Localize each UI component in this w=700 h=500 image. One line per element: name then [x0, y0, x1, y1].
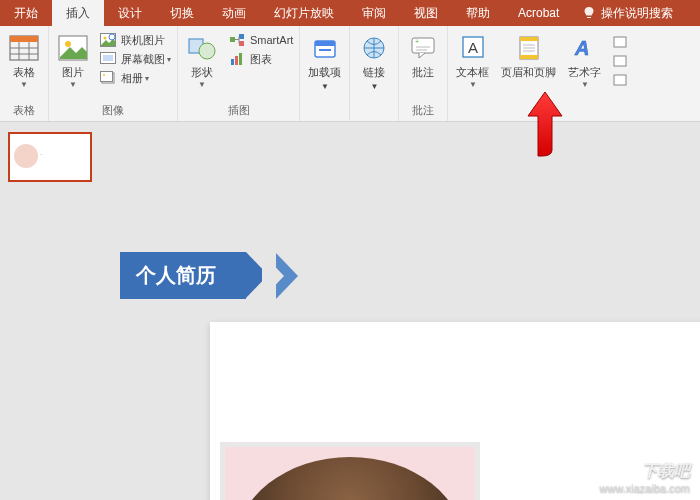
- text-extra-2[interactable]: [611, 53, 633, 69]
- picture-icon: [57, 32, 89, 64]
- tell-me-search[interactable]: 操作说明搜索: [573, 5, 683, 22]
- chevron-down-icon: ▾: [167, 55, 171, 64]
- watermark-logo: 下载吧: [600, 461, 690, 482]
- svg-rect-18: [230, 37, 235, 42]
- slide-title: 个人简历: [120, 252, 246, 299]
- addins-label: 加载项▼: [308, 66, 341, 93]
- slide-canvas[interactable]: 个人简历: [100, 122, 700, 500]
- screenshot-button[interactable]: 屏幕截图 ▾: [99, 51, 171, 67]
- svg-rect-14: [101, 72, 113, 82]
- pictures-label: 图片: [62, 66, 84, 79]
- watermark-url: www.xiazaiba.com: [600, 482, 690, 494]
- svg-point-7: [65, 41, 71, 47]
- tab-view[interactable]: 视图: [400, 0, 452, 26]
- svg-rect-41: [614, 37, 626, 47]
- online-pictures-icon: [99, 32, 117, 48]
- chevron-down-icon: ▼: [69, 80, 77, 89]
- workspace: ··· 个人简历: [0, 122, 700, 500]
- comment-label: 批注: [412, 66, 434, 79]
- svg-rect-22: [235, 56, 238, 65]
- tab-acrobat[interactable]: Acrobat: [504, 0, 573, 26]
- chevron-down-icon: ▼: [581, 80, 589, 89]
- smartart-icon: [228, 32, 246, 48]
- slide-thumbnail-panel[interactable]: ···: [0, 122, 100, 500]
- tell-me-label: 操作说明搜索: [601, 5, 673, 22]
- slide-thumbnail-1[interactable]: ···: [8, 132, 92, 182]
- tab-design[interactable]: 设计: [104, 0, 156, 26]
- addins-icon: [309, 32, 341, 64]
- svg-rect-43: [614, 75, 626, 85]
- link-button[interactable]: 链接▼: [352, 30, 396, 95]
- title-banner: 个人简历: [120, 252, 306, 299]
- pictures-button[interactable]: 图片 ▼: [51, 30, 95, 91]
- svg-point-9: [104, 37, 107, 40]
- tab-animations[interactable]: 动画: [208, 0, 260, 26]
- chevron-down-icon: ▼: [20, 80, 28, 89]
- link-label: 链接▼: [363, 66, 385, 93]
- tab-home[interactable]: 开始: [0, 0, 52, 26]
- tab-help[interactable]: 帮助: [452, 0, 504, 26]
- shapes-button[interactable]: 形状 ▼: [180, 30, 224, 91]
- comment-icon: +: [407, 32, 439, 64]
- group-illustrations: 形状 ▼ SmartArt 图表 插图: [178, 26, 300, 121]
- svg-text:A: A: [574, 37, 589, 59]
- text-extra-3[interactable]: [611, 72, 633, 88]
- textbox-label: 文本框: [456, 66, 489, 79]
- annotation-arrow-icon: [520, 90, 570, 160]
- header-footer-label: 页眉和页脚: [501, 66, 556, 79]
- textbox-button[interactable]: A 文本框 ▼: [450, 30, 495, 91]
- chevron-arrow-icon: [276, 253, 306, 299]
- group-links-label: [352, 104, 396, 120]
- table-icon: [8, 32, 40, 64]
- ribbon: 表格 ▼ 表格 图片 ▼ 联机图片 屏幕截图: [0, 26, 700, 122]
- comment-button[interactable]: + 批注: [401, 30, 445, 81]
- svg-text:+: +: [415, 38, 419, 45]
- svg-rect-42: [614, 56, 626, 66]
- chart-button[interactable]: 图表: [228, 51, 293, 67]
- online-pictures-button[interactable]: 联机图片: [99, 32, 171, 48]
- group-tables-label: 表格: [2, 101, 46, 120]
- svg-rect-25: [315, 41, 335, 46]
- svg-rect-1: [10, 36, 38, 42]
- chevron-down-icon: ▼: [198, 80, 206, 89]
- group-comments-label: 批注: [401, 101, 445, 120]
- shapes-icon: [186, 32, 218, 64]
- svg-rect-36: [520, 55, 538, 59]
- tab-review[interactable]: 审阅: [348, 0, 400, 26]
- addins-button[interactable]: 加载项▼: [302, 30, 347, 95]
- chart-icon: [228, 51, 246, 67]
- group-tables: 表格 ▼ 表格: [0, 26, 49, 121]
- svg-rect-20: [239, 41, 244, 46]
- svg-rect-21: [231, 59, 234, 65]
- wordart-button[interactable]: A 艺术字 ▼: [562, 30, 607, 91]
- smartart-button[interactable]: SmartArt: [228, 32, 293, 48]
- watermark: 下载吧 www.xiazaiba.com: [600, 461, 690, 494]
- group-images-label: 图像: [51, 101, 175, 120]
- table-label: 表格: [13, 66, 35, 79]
- chevron-down-icon: ▼: [469, 80, 477, 89]
- svg-point-17: [199, 43, 215, 59]
- group-illustrations-label: 插图: [180, 101, 297, 120]
- link-icon: [358, 32, 390, 64]
- shapes-label: 形状: [191, 66, 213, 79]
- tab-transitions[interactable]: 切换: [156, 0, 208, 26]
- svg-text:A: A: [468, 39, 478, 56]
- svg-point-15: [103, 74, 105, 76]
- svg-rect-23: [239, 53, 242, 65]
- group-addins: 加载项▼: [300, 26, 350, 121]
- header-footer-icon: [513, 32, 545, 64]
- header-footer-button[interactable]: 页眉和页脚: [495, 30, 562, 81]
- tab-slideshow[interactable]: 幻灯片放映: [260, 0, 348, 26]
- svg-rect-19: [239, 34, 244, 39]
- album-icon: [99, 70, 117, 86]
- group-comments: + 批注 批注: [399, 26, 448, 121]
- photo-placeholder: [220, 442, 480, 500]
- tab-insert[interactable]: 插入: [52, 0, 104, 26]
- photo-album-button[interactable]: 相册 ▾: [99, 70, 171, 86]
- ribbon-tabs: 开始 插入 设计 切换 动画 幻灯片放映 审阅 视图 帮助 Acrobat 操作…: [0, 0, 700, 26]
- table-button[interactable]: 表格 ▼: [2, 30, 46, 91]
- textbox-icon: A: [457, 32, 489, 64]
- screenshot-icon: [99, 51, 117, 67]
- text-extra-1[interactable]: [611, 34, 633, 50]
- group-links: 链接▼: [350, 26, 399, 121]
